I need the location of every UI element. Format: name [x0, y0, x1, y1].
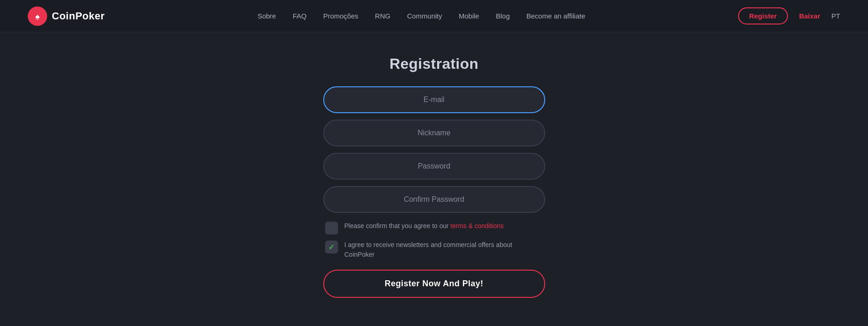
main-content: Registration Please confirm that you agr… — [0, 32, 868, 326]
svg-text:♠: ♠ — [35, 12, 40, 21]
registration-title: Registration — [389, 55, 479, 72]
newsletter-row: ✓ I agree to receive newsletters and com… — [325, 240, 543, 260]
nav-item-faq[interactable]: FAQ — [293, 12, 307, 20]
register-button[interactable]: Register — [738, 7, 788, 24]
nav-item-promocoes[interactable]: Promoções — [323, 12, 358, 20]
newsletter-label: I agree to receive newsletters and comme… — [345, 240, 543, 260]
nav-item-community[interactable]: Community — [407, 12, 442, 20]
terms-label: Please confirm that you agree to our ter… — [345, 221, 504, 231]
logo-icon: ♠ — [28, 6, 47, 26]
nav-item-blog[interactable]: Blog — [496, 12, 510, 20]
terms-link[interactable]: terms & conditions — [450, 222, 504, 229]
email-input[interactable] — [323, 86, 545, 113]
registration-form: Please confirm that you agree to our ter… — [323, 86, 545, 298]
language-button[interactable]: PT — [831, 12, 840, 20]
navbar: ♠ CoinPoker Sobre FAQ Promoções RNG Comm… — [0, 0, 868, 32]
nav-item-rng[interactable]: RNG — [375, 12, 390, 20]
logo-text: CoinPoker — [52, 10, 105, 22]
checkbox-group: Please confirm that you agree to our ter… — [323, 221, 545, 260]
nav-right: Register Baixar PT — [738, 7, 840, 24]
baixar-button[interactable]: Baixar — [799, 12, 820, 20]
nickname-input[interactable] — [323, 120, 545, 146]
newsletter-checkbox[interactable]: ✓ — [325, 241, 338, 254]
nav-item-sobre[interactable]: Sobre — [258, 12, 276, 20]
terms-row: Please confirm that you agree to our ter… — [325, 221, 543, 235]
password-input[interactable] — [323, 153, 545, 180]
nav-links: Sobre FAQ Promoções RNG Community Mobile… — [258, 12, 585, 20]
nav-item-mobile[interactable]: Mobile — [459, 12, 479, 20]
register-play-button[interactable]: Register Now And Play! — [323, 270, 545, 298]
terms-checkbox[interactable] — [325, 222, 338, 235]
confirm-password-input[interactable] — [323, 186, 545, 213]
nav-item-affiliate[interactable]: Become an affiliate — [526, 12, 585, 20]
logo[interactable]: ♠ CoinPoker — [28, 6, 105, 26]
checkmark-icon: ✓ — [328, 243, 334, 252]
